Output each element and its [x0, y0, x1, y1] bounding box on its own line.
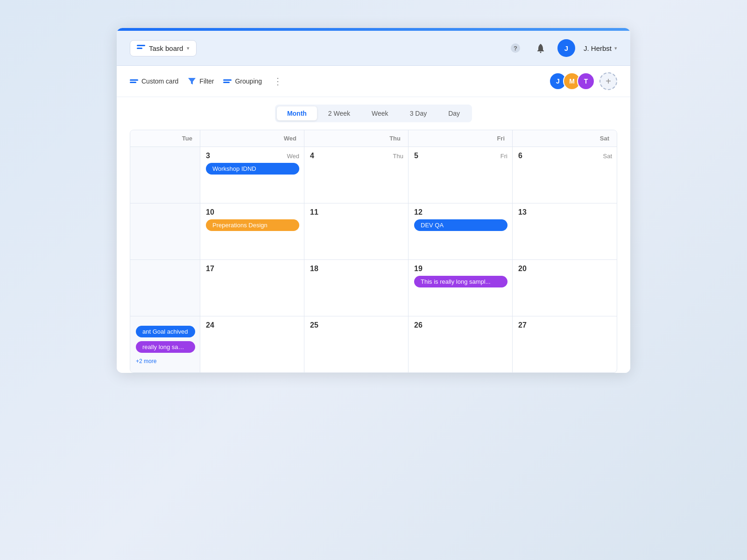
day-number-5: 5	[414, 152, 418, 160]
day-number-6: 6	[518, 152, 522, 160]
day-number-20: 20	[518, 265, 527, 273]
cal-cell-26: 26	[409, 316, 513, 372]
calendar-row-2: 10 Preperations Design 11 12 DEV QA	[130, 203, 617, 260]
user-dropdown-arrow: ▾	[614, 45, 617, 51]
grouping-icon	[223, 79, 232, 83]
svg-marker-3	[188, 78, 196, 84]
event-preperations-design[interactable]: Preperations Design	[206, 219, 299, 231]
filter-label: Filter	[199, 77, 214, 85]
day-header-wed: Wed	[200, 130, 304, 147]
day-number-25: 25	[310, 321, 318, 329]
cal-cell-20: 20	[513, 260, 617, 316]
tab-month[interactable]: Month	[277, 106, 317, 120]
day-number-24: 24	[206, 321, 214, 329]
event-workshop-idnd[interactable]: Workshop IDND	[206, 163, 299, 175]
taskboard-label: Task board	[149, 44, 183, 52]
event-dev-qa[interactable]: DEV QA	[414, 219, 507, 231]
cal-cell-10: 10 Preperations Design	[200, 203, 304, 259]
help-button[interactable]: ?	[507, 40, 524, 56]
day-header-tue: Tue	[130, 130, 200, 147]
day-header-sat: Sat	[513, 130, 617, 147]
custom-card-label: Custom card	[141, 77, 178, 85]
day-name-wed: Wed	[287, 153, 300, 160]
header-right: ? J J. Herbst ▾	[507, 39, 617, 57]
cal-cell-25: 25	[304, 316, 409, 372]
day-number-27: 27	[518, 321, 527, 329]
add-member-button[interactable]: +	[599, 72, 617, 90]
tab-3day[interactable]: 3 Day	[400, 106, 437, 120]
cal-cell-24: 24	[200, 316, 304, 372]
tab-2week[interactable]: 2 Week	[318, 106, 360, 120]
day-number-3: 3	[206, 152, 210, 160]
filter-button[interactable]: Filter	[188, 75, 214, 87]
cal-cell-18: 18	[304, 260, 409, 316]
day-number-4: 4	[310, 152, 314, 160]
day-header-thu: Thu	[304, 130, 409, 147]
cal-cell-17: 17	[200, 260, 304, 316]
cal-cell-12: 12 DEV QA	[409, 203, 513, 259]
day-number-13: 13	[518, 208, 527, 217]
day-number-11: 11	[310, 208, 318, 217]
svg-text:?: ?	[514, 45, 517, 52]
more-events-link[interactable]: +2 more	[136, 358, 156, 364]
day-header-fri: Fri	[409, 130, 513, 147]
day-name-fri: Fri	[500, 153, 507, 160]
more-options-button[interactable]: ⋮	[271, 77, 284, 86]
cal-cell-11: 11	[304, 203, 409, 259]
taskboard-button[interactable]: Task board ▾	[130, 40, 197, 56]
day-number-17: 17	[206, 265, 214, 273]
day-name-sat: Sat	[603, 153, 612, 160]
day-number-18: 18	[310, 265, 318, 273]
event-long-sample[interactable]: This is really long sampl...	[414, 276, 507, 287]
day-name-thu: Thu	[393, 153, 403, 160]
user-name-button[interactable]: J. Herbst ▾	[584, 44, 617, 52]
cal-cell-empty-3	[130, 260, 200, 316]
taskboard-icon	[137, 45, 145, 51]
day-number-10: 10	[206, 208, 214, 217]
toolbar-left: Custom card Filter Grouping ⋮	[130, 75, 284, 87]
cal-cell-19: 19 This is really long sampl...	[409, 260, 513, 316]
calendar-row-4: ant Goal achived really long sampl... +2…	[130, 316, 617, 372]
calendar-section: Month 2 Week Week 3 Day Day Tue Wed Thu …	[117, 97, 630, 373]
view-tabs: Month 2 Week Week 3 Day Day	[275, 105, 472, 122]
cal-cell-27: 27	[513, 316, 617, 372]
toolbar: Custom card Filter Grouping ⋮ J M T	[117, 66, 630, 97]
cal-cell-3: 3 Wed Workshop IDND	[200, 147, 304, 203]
cal-cell-5: 5 Fri	[409, 147, 513, 203]
custom-card-button[interactable]: Custom card	[130, 76, 178, 87]
calendar-row-3: 17 18 19 This is really long sampl...	[130, 260, 617, 316]
cal-cell-empty-1	[130, 147, 200, 203]
event-really-long[interactable]: really long sampl...	[136, 341, 195, 353]
calendar-grid: Tue Wed Thu Fri Sat 3 Wed Workshop IDND	[130, 130, 617, 373]
event-goal-achived[interactable]: ant Goal achived	[136, 326, 195, 337]
svg-point-2	[540, 52, 541, 53]
cal-cell-6: 6 Sat	[513, 147, 617, 203]
cal-cell-4: 4 Thu	[304, 147, 409, 203]
notification-button[interactable]	[532, 40, 549, 56]
cal-cell-partial: ant Goal achived really long sampl... +2…	[130, 316, 200, 372]
cal-cell-13: 13	[513, 203, 617, 259]
help-icon: ?	[510, 43, 521, 53]
taskboard-dropdown-arrow: ▾	[187, 45, 190, 51]
member-avatar-group: J M T	[549, 72, 595, 90]
member-avatar-t[interactable]: T	[577, 72, 595, 90]
header: Task board ▾ ? J J. Herbst ▾	[117, 31, 630, 66]
grouping-button[interactable]: Grouping	[223, 76, 262, 87]
bell-icon	[536, 43, 546, 53]
day-header-row: Tue Wed Thu Fri Sat	[130, 130, 617, 147]
app-container: Task board ▾ ? J J. Herbst ▾	[117, 28, 630, 373]
tab-week[interactable]: Week	[361, 106, 399, 120]
day-number-26: 26	[414, 321, 423, 329]
day-number-19: 19	[414, 265, 423, 273]
cal-cell-empty-2	[130, 203, 200, 259]
user-avatar[interactable]: J	[557, 39, 575, 57]
tab-day[interactable]: Day	[438, 106, 470, 120]
toolbar-right: J M T +	[549, 72, 617, 90]
filter-icon	[188, 77, 196, 85]
day-number-12: 12	[414, 208, 423, 217]
calendar-row-1: 3 Wed Workshop IDND 4 Thu 5 Fri	[130, 147, 617, 203]
grouping-label: Grouping	[235, 77, 262, 85]
custom-card-icon	[130, 79, 138, 83]
